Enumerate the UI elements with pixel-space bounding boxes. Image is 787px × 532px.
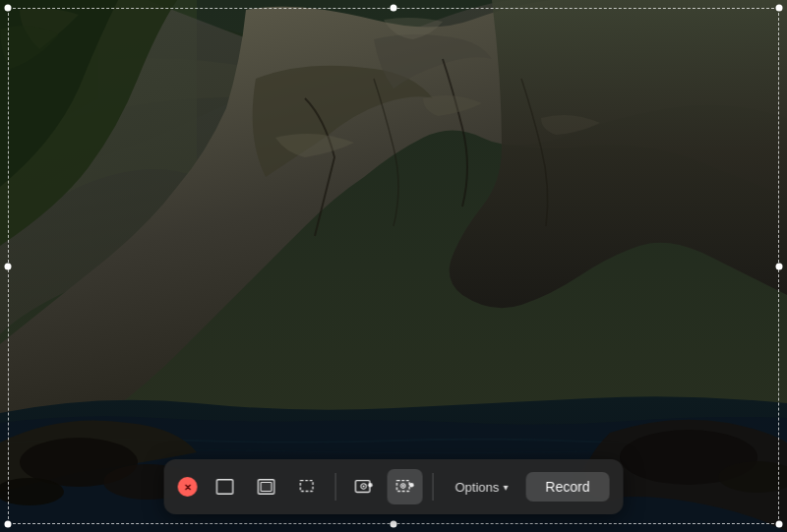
capture-toolbar: Options ▾ Record [164, 459, 624, 514]
handle-top-left[interactable] [5, 5, 12, 12]
handle-bottom-center[interactable] [391, 521, 397, 528]
chevron-down-icon: ▾ [503, 482, 508, 493]
handle-bottom-left[interactable] [5, 521, 12, 528]
handle-bottom-right[interactable] [776, 521, 783, 528]
capture-portion-button[interactable] [290, 469, 326, 504]
options-button[interactable]: Options ▾ [444, 473, 520, 502]
record-button[interactable]: Record [525, 472, 609, 502]
screen-record-icon [354, 477, 374, 497]
background-scene [0, 0, 787, 532]
toolbar-divider-2 [433, 473, 434, 501]
close-icon [183, 483, 192, 492]
svg-rect-9 [300, 481, 313, 492]
svg-point-11 [368, 483, 373, 488]
options-label: Options [455, 480, 500, 495]
main-canvas: Options ▾ Record [0, 0, 787, 532]
svg-point-15 [409, 483, 414, 488]
capture-window-button[interactable] [249, 469, 284, 504]
selection-capture-icon [298, 477, 318, 497]
toolbar-divider [335, 473, 336, 501]
record-portion-button[interactable] [388, 469, 423, 504]
svg-point-17 [402, 485, 404, 487]
svg-point-13 [362, 485, 364, 487]
close-button[interactable] [178, 477, 198, 497]
handle-top-center[interactable] [391, 5, 397, 12]
svg-rect-6 [216, 480, 232, 495]
fullscreen-icon [215, 477, 235, 497]
handle-middle-right[interactable] [776, 263, 783, 269]
record-screen-button[interactable] [346, 469, 382, 504]
handle-middle-left[interactable] [5, 263, 12, 269]
capture-screen-button[interactable] [208, 469, 243, 504]
handle-top-right[interactable] [776, 5, 783, 12]
svg-rect-8 [261, 482, 272, 491]
portion-record-icon [395, 477, 415, 497]
window-capture-icon [257, 477, 276, 497]
